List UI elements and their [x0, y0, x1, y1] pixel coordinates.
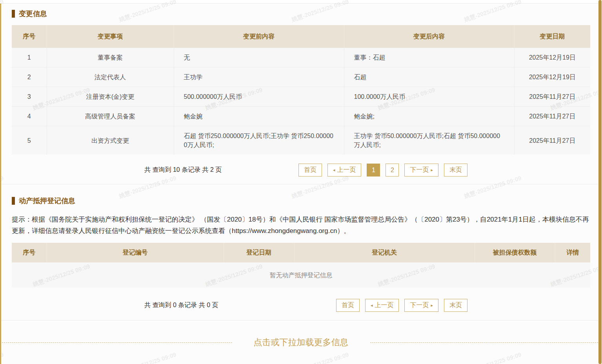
section-title-bar-icon: [12, 10, 15, 18]
col-header-reg-date: 登记日期: [224, 243, 294, 262]
next-page-button[interactable]: 下一页 ▸: [404, 164, 438, 177]
cell-change-item: 出资方式变更: [47, 126, 174, 155]
page-content: 变更信息 序号 变更事项 变更前内容 变更后内容 变更日期 1 董事备案 无 董…: [0, 9, 602, 348]
cell-date: 2025年11月27日: [514, 87, 590, 107]
cell-before: 石超 货币250.000000万人民币;王功学 货币250.000000万人民币…: [174, 126, 344, 155]
first-page-button[interactable]: 首页: [336, 299, 360, 312]
cell-change-item: 高级管理人员备案: [47, 107, 174, 126]
cell-before: 500.000000万人民币: [174, 87, 344, 107]
table-row: 1 董事备案 无 董事：石超 2025年12月19日: [12, 48, 590, 67]
scrollbar-thumb[interactable]: [598, 0, 602, 364]
cell-date: 2025年11月27日: [514, 126, 590, 155]
load-more-button[interactable]: 点击或下拉加载更多信息: [232, 337, 370, 348]
next-page-label: 下一页: [410, 166, 429, 174]
change-pagination: 共 查询到 10 条记录 共 2 页 首页 ◂ 上一页 1 2 下一页 ▸ 末页: [12, 164, 590, 177]
watermark-text: 姚慧-2025/12/25 09:09: [291, 351, 350, 364]
dashed-line-left: [0, 342, 232, 343]
cell-seq: 4: [12, 107, 47, 126]
first-page-button[interactable]: 首页: [298, 164, 322, 177]
cell-change-item: 董事备案: [47, 48, 174, 67]
col-header-detail: 详情: [555, 243, 590, 262]
next-page-button[interactable]: 下一页 ▸: [404, 299, 438, 312]
pager-buttons: 首页 ◂ 上一页 1 2 下一页 ▸ 末页: [298, 164, 467, 177]
col-header-secured-amount: 被担保债权数额: [475, 243, 555, 262]
mortgage-pagination: 共 查询到 0 条记录 共 0 页 首页 ◂ 上一页 下一页 ▸ 末页: [12, 299, 590, 312]
watermark-text: 姚慧-2025/12/25 09:09: [463, 351, 522, 364]
empty-state-text: 暂无动产抵押登记信息: [12, 262, 590, 288]
prev-page-button[interactable]: ◂ 上一页: [327, 164, 362, 177]
change-section-title: 变更信息: [12, 9, 590, 18]
cell-change-item: 注册资本(金)变更: [47, 87, 174, 107]
last-page-button[interactable]: 末页: [444, 164, 467, 177]
cell-seq: 5: [12, 126, 47, 155]
prev-page-button[interactable]: ◂ 上一页: [365, 299, 399, 312]
cell-before: 无: [174, 48, 344, 67]
table-row: 3 注册资本(金)变更 500.000000万人民币 100.0000万人民币 …: [12, 87, 590, 107]
col-header-date: 变更日期: [514, 25, 590, 48]
left-border-bar: [0, 4, 1, 364]
section-divider: [0, 320, 602, 320]
prev-page-label: 上一页: [375, 301, 393, 309]
last-page-button[interactable]: 末页: [444, 299, 467, 312]
cell-after: 石超: [344, 67, 514, 87]
last-page-label: 末页: [449, 166, 462, 174]
cell-after: 王功学 货币50.000000万人民币;石超 货币50.000000万人民币;: [344, 126, 514, 155]
next-page-label: 下一页: [410, 301, 429, 309]
section-title-bar-icon: [12, 197, 15, 205]
section-title-text: 变更信息: [19, 9, 47, 18]
prev-arrow-icon: ◂: [371, 303, 373, 308]
mortgage-table: 序号 登记编号 登记日期 登记机关 被担保债权数额 详情 暂无动产抵押登记信息: [12, 243, 590, 288]
cell-date: 2025年11月27日: [514, 107, 590, 126]
last-page-label: 末页: [449, 301, 462, 309]
first-page-label: 首页: [304, 166, 316, 174]
mortgage-table-header-row: 序号 登记编号 登记日期 登记机关 被担保债权数额 详情: [12, 243, 590, 262]
records-summary: 共 查询到 10 条记录 共 2 页: [144, 166, 222, 174]
prev-page-label: 上一页: [337, 166, 356, 174]
col-header-reg-authority: 登记机关: [294, 243, 475, 262]
page-number-2[interactable]: 2: [386, 164, 399, 177]
dashed-line-right: [370, 342, 602, 343]
change-table-header-row: 序号 变更事项 变更前内容 变更后内容 变更日期: [12, 25, 590, 48]
cell-date: 2025年12月19日: [514, 67, 590, 87]
col-header-before: 变更前内容: [174, 25, 344, 48]
empty-row: 暂无动产抵押登记信息: [12, 262, 590, 288]
records-summary: 共 查询到 0 条记录 共 0 页: [144, 301, 218, 309]
section-title-text: 动产抵押登记信息: [19, 196, 75, 206]
next-arrow-icon: ▸: [431, 303, 433, 308]
col-header-after: 变更后内容: [344, 25, 514, 48]
table-row: 4 高级管理人员备案 鲍金婉 鲍金婉; 2025年11月27日: [12, 107, 590, 126]
mortgage-section-title: 动产抵押登记信息: [12, 196, 590, 206]
cell-seq: 2: [12, 67, 47, 87]
page-number-1[interactable]: 1: [367, 164, 380, 177]
col-header-seq: 序号: [12, 243, 47, 262]
prev-arrow-icon: ◂: [333, 168, 335, 172]
table-row: 5 出资方式变更 石超 货币250.000000万人民币;王功学 货币250.0…: [12, 126, 590, 155]
col-header-change-item: 变更事项: [47, 25, 174, 48]
cell-after: 鲍金婉;: [344, 107, 514, 126]
first-page-label: 首页: [342, 301, 354, 309]
watermark-text: 姚慧-2025/12/25 09:09: [118, 351, 177, 364]
cell-before: 王功学: [174, 67, 344, 87]
next-arrow-icon: ▸: [431, 168, 433, 172]
col-header-reg-number: 登记编号: [47, 243, 224, 262]
scrollbar-track: [598, 0, 602, 364]
cell-after: 100.0000万人民币: [344, 87, 514, 107]
cell-change-item: 法定代表人: [47, 67, 174, 87]
cell-after: 董事：石超: [344, 48, 514, 67]
mortgage-notice-text: 提示：根据《国务院关于实施动产和权利担保统一登记的决定》 （国发〔2020〕18…: [12, 214, 590, 237]
table-row: 2 法定代表人 王功学 石超 2025年12月19日: [12, 67, 590, 87]
top-divider: [0, 0, 602, 4]
cell-seq: 3: [12, 87, 47, 107]
cell-before: 鲍金婉: [174, 107, 344, 126]
section-divider: [0, 184, 602, 184]
cell-date: 2025年12月19日: [514, 48, 590, 67]
change-table: 序号 变更事项 变更前内容 变更后内容 变更日期 1 董事备案 无 董事：石超 …: [12, 25, 590, 155]
pager-buttons: 首页 ◂ 上一页 下一页 ▸ 末页: [336, 299, 467, 312]
load-more-row: 点击或下拉加载更多信息: [0, 337, 602, 348]
cell-seq: 1: [12, 48, 47, 67]
col-header-seq: 序号: [12, 25, 47, 48]
